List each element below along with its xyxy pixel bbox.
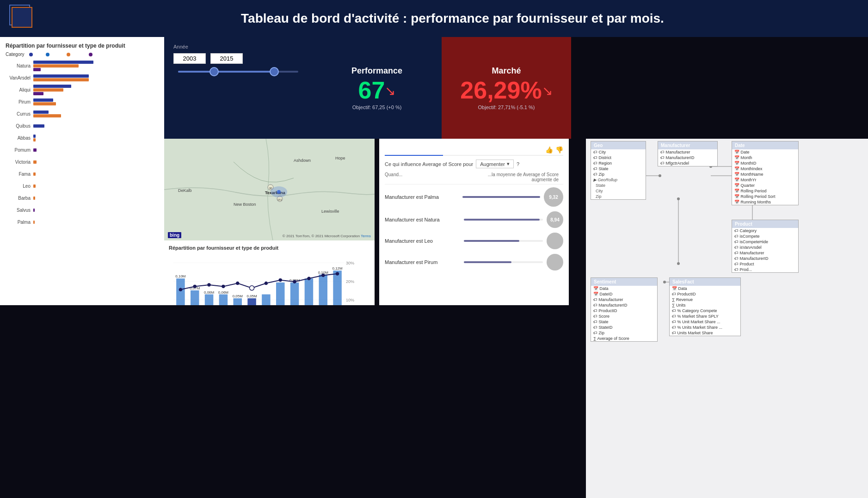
svg-point-52 (179, 288, 182, 291)
bar-mix (33, 61, 93, 64)
year-slider-fill (178, 71, 274, 73)
bar-row: Abbas (6, 133, 159, 143)
kpi-marche-title: Marché (492, 66, 521, 76)
tab-icons: 👍 👎 (545, 146, 563, 154)
geo-state: 🏷 State (591, 166, 646, 172)
kpi-performance-title: Performance (351, 66, 402, 76)
bar-row: Leo (6, 181, 159, 191)
bar-urban (33, 221, 35, 224)
prod-more: 🏷 Prod... (732, 267, 798, 272)
map-svg: 30 151 Ashdown Hope DeKalb New Boston Te… (164, 139, 375, 240)
augmenter-dropdown[interactable]: Augmenter ▾ (476, 160, 514, 168)
bar-label: Leo (6, 184, 33, 189)
thumbs-down-icon[interactable]: 👎 (555, 146, 563, 154)
bar-mix (33, 85, 71, 88)
bar-urban (33, 102, 56, 105)
bar-group (33, 197, 159, 200)
year-slider-right-thumb[interactable] (270, 67, 279, 76)
prod-iscompete: 🏷 isCompete (732, 234, 798, 239)
prod-mfgid: 🏷 ManufacturerID (732, 256, 798, 261)
bar-group (33, 184, 159, 188)
bar-group (33, 160, 159, 164)
influence-bar-2 (464, 240, 543, 242)
bar-label: Barba (6, 196, 33, 201)
bar-urban (33, 88, 63, 92)
year-inputs: 2003 2015 (173, 53, 303, 64)
svg-text:10%: 10% (346, 298, 354, 302)
help-icon[interactable]: ? (517, 161, 519, 167)
legend-category-label: Category (6, 52, 25, 57)
bar-row: Aliqui (6, 85, 159, 95)
col-when-header: Quand... (385, 172, 472, 182)
tab-row: Influenceurs clés Top des segments 👍 👎 (385, 144, 563, 156)
svg-point-57 (250, 286, 254, 290)
sent-score: 🏷 Score (591, 314, 657, 319)
bar-row: VanArsdel (6, 73, 159, 83)
bar-group (33, 85, 159, 95)
influence-bar-0 (462, 196, 540, 198)
prod-product: 🏷 Product (732, 261, 798, 267)
sf-productid: 🏷 ProductID (670, 291, 740, 297)
svg-point-63 (336, 272, 339, 275)
influence-description: Ce qui influence Average of Score pour A… (385, 160, 563, 168)
bar-row: Natura (6, 61, 159, 71)
bar-urban (33, 197, 35, 200)
bar-row: Barba (6, 193, 159, 203)
bar-group (33, 98, 159, 105)
thumbs-up-icon[interactable]: 👍 (545, 146, 553, 154)
svg-text:0,05M: 0,05M (246, 294, 257, 298)
sent-zip: 🏷 Zip (591, 330, 657, 336)
chart-legend: Category Mix Rural Urban Youth (6, 52, 159, 57)
bar-mix (33, 98, 53, 102)
svg-point-61 (308, 277, 310, 280)
influence-bar-1 (464, 219, 543, 221)
map-credit: © 2021 TomTom, © 2021 Microsoft Corporat… (283, 234, 371, 238)
svg-point-12 (271, 186, 287, 197)
year-slider-track[interactable] (178, 71, 298, 73)
date-month: 📅 Month (732, 155, 798, 160)
legend-rural: Rural (46, 52, 62, 57)
kpi-performance-sub: Objectif: 67,25 (+0 %) (352, 105, 402, 110)
legend-youth-dot (89, 53, 92, 56)
year-to[interactable]: 2015 (210, 53, 243, 64)
svg-point-59 (279, 279, 282, 282)
header: Tableau de bord d'activité : performance… (0, 0, 868, 37)
svg-text:0,06M: 0,06M (218, 290, 229, 295)
bar-label: Currus (6, 111, 33, 117)
year-from[interactable]: 2003 (173, 53, 206, 64)
bar-group (33, 61, 159, 71)
bar-youth (33, 209, 35, 212)
map-terms-link[interactable]: Terms (361, 234, 371, 238)
sent-productid: 🏷 ProductID (591, 308, 657, 314)
tab-top-segments[interactable]: Top des segments (443, 144, 501, 156)
sf-data: 📅 Data (670, 286, 740, 291)
tab-influenceurs[interactable]: Influenceurs clés (385, 144, 443, 156)
sentiment-table: Sentiment 📅 Data 📅 DateID 🏷 Manufacturer… (591, 277, 658, 342)
svg-text:0,10M: 0,10M (175, 274, 186, 278)
bar-row: Currus (6, 109, 159, 119)
bar-group (33, 124, 159, 128)
legend-mix-dot (29, 53, 33, 56)
influence-row-1: Manufacturer est Natura 8,94 (385, 211, 563, 228)
geo-district: 🏷 District (591, 155, 646, 160)
influence-row-3: Manufacturer est Pirum (385, 254, 563, 271)
influence-value-2 (547, 233, 563, 249)
bar-label: Abbas (6, 135, 33, 141)
manufacturer-table-header: Manufacturer (658, 141, 717, 149)
bing-logo: bing (168, 232, 181, 238)
year-panel: Année 2003 2015 (164, 37, 312, 139)
col-mean-header: ...la moyenne de Average of Score augmen… (472, 172, 563, 182)
bar-row: Palma (6, 217, 159, 227)
influence-bar-fill-3 (464, 261, 511, 263)
sent-state: 🏷 State (591, 319, 657, 325)
date-table: Date 📅 Date 📅 Month 📅 MonthID 📅 MonthInd… (732, 141, 799, 205)
sf-unitsmkt: 🏷 % Units Market Share ... (670, 325, 740, 330)
year-slider-left-thumb[interactable] (209, 67, 219, 76)
svg-text:DeKalb: DeKalb (178, 188, 192, 193)
salesfact-table: SalesFact 📅 Data 🏷 ProductID ∑ Revenue ∑… (669, 277, 741, 336)
kpi-marche-value: 26,29% (460, 78, 542, 102)
bar-row: Pomum (6, 145, 159, 155)
svg-point-53 (193, 285, 196, 288)
influence-row-2: Manufacturer est Leo (385, 233, 563, 249)
sf-units: ∑ Units (670, 302, 740, 308)
